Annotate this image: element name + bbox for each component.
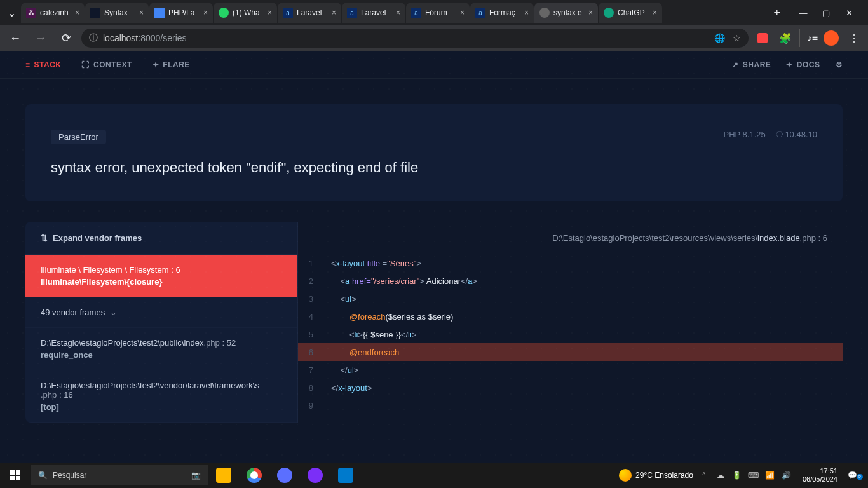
tab-docs[interactable]: PHP/La×: [149, 3, 213, 23]
media-control-icon[interactable]: ♪≡: [799, 29, 817, 47]
line-code: @foreach($series as $serie): [321, 312, 453, 322]
nav-context[interactable]: ⛶CONTEXT: [81, 60, 132, 69]
close-icon[interactable]: ×: [524, 8, 529, 17]
nav-flare[interactable]: ✦FLARE: [153, 60, 190, 69]
tab-slack[interactable]: ⁂cafezinh×: [21, 3, 85, 23]
docs-icon: ✦: [786, 60, 793, 69]
tab-title: PHP/La: [168, 8, 201, 17]
taskbar-clock[interactable]: 17:5106/05/2024: [797, 467, 843, 484]
taskbar-vscode[interactable]: [330, 463, 361, 488]
clock-time: 17:51: [803, 467, 837, 475]
frame-path-line2: .php : 16: [41, 390, 282, 400]
frame-active[interactable]: Illuminate \ Filesystem \ Filesystem : 6…: [25, 255, 297, 297]
close-icon[interactable]: ×: [653, 8, 657, 17]
line-number: 1: [298, 259, 321, 268]
tray-volume-icon[interactable]: 🔊: [781, 471, 792, 480]
close-icon[interactable]: ×: [139, 8, 144, 17]
minimize-button[interactable]: —: [794, 8, 812, 18]
tab-title: syntax e: [553, 8, 586, 17]
notifications-button[interactable]: 💬2: [848, 471, 863, 480]
code-line: 1<x-layout title ="Séries">: [298, 254, 843, 272]
close-icon[interactable]: ×: [396, 8, 400, 17]
page-content: ≡STACK ⛶CONTEXT ✦FLARE ↗SHARE ✦DOCS ⚙ Pa…: [0, 51, 868, 463]
tray-battery-icon[interactable]: 🔋: [731, 471, 743, 480]
window-controls: — ▢ ✕: [787, 8, 865, 18]
maximize-button[interactable]: ▢: [817, 8, 835, 18]
weather-widget[interactable]: 29°C Ensolarado: [619, 469, 693, 482]
nav-label: CONTEXT: [93, 60, 132, 69]
tab-search-dropdown[interactable]: ⌄: [3, 7, 21, 19]
code-lines: 1<x-layout title ="Séries"> 2 <a href="/…: [298, 254, 843, 414]
notif-count: 2: [857, 474, 863, 480]
close-icon[interactable]: ×: [75, 8, 79, 17]
forward-button[interactable]: →: [31, 28, 51, 48]
tab-alura-laravel2[interactable]: aLaravel×: [342, 3, 405, 23]
close-icon[interactable]: ×: [460, 8, 465, 17]
address-bar[interactable]: ⓘ localhost:8000/series 🌐 ☆: [81, 29, 749, 48]
error-card: ParseError PHP 8.1.25 ⎔ 10.48.10 syntax …: [25, 104, 843, 201]
settings-button[interactable]: ⚙: [836, 60, 843, 69]
extension-adblock-icon[interactable]: [754, 29, 771, 47]
frame-sub: [top]: [41, 402, 282, 412]
vendor-label: 49 vendor frames: [41, 308, 105, 317]
tab-chatgpt[interactable]: ChatGP×: [599, 3, 662, 23]
tab-title: Fórum: [425, 8, 458, 17]
tray-wifi-icon[interactable]: 📶: [764, 471, 776, 480]
line-code: <a href="/series/criar"> Adicionar</a>: [321, 276, 477, 286]
code-line: 3 <ul>: [298, 290, 843, 308]
taskbar-search[interactable]: 🔍Pesquisar📷: [31, 465, 208, 485]
tray-onedrive-icon[interactable]: ☁: [715, 471, 726, 480]
new-tab-button[interactable]: +: [767, 6, 787, 20]
taskbar-app-purple[interactable]: [300, 463, 330, 488]
code-line: 9: [298, 396, 843, 414]
reload-button[interactable]: ⟳: [56, 28, 76, 48]
menu-icon[interactable]: ⋮: [845, 29, 863, 47]
search-icon: 🔍: [38, 471, 48, 480]
profile-avatar[interactable]: [822, 29, 840, 47]
camera-icon[interactable]: 📷: [191, 471, 201, 480]
tab-alura-formacao[interactable]: aFormaç×: [470, 3, 534, 23]
frame-path: D:\Estagio\estagioProjects\test2\vendor\…: [41, 381, 282, 390]
close-window-button[interactable]: ✕: [840, 8, 858, 18]
line-number: 9: [298, 401, 321, 410]
close-icon[interactable]: ×: [268, 8, 272, 17]
taskbar-chrome[interactable]: [239, 463, 269, 488]
nav-docs[interactable]: ✦DOCS: [786, 60, 820, 69]
line-code: </x-layout>: [321, 383, 372, 393]
sun-icon: [619, 469, 632, 482]
browser-tab-strip: ⌄ ⁂cafezinh× Syntax× PHP/La× (1) Wha× aL…: [0, 0, 868, 25]
tray-chevron-icon[interactable]: ^: [698, 471, 710, 480]
tab-alura-laravel1[interactable]: aLaravel×: [278, 3, 341, 23]
tray-language-icon[interactable]: ⌨: [748, 471, 759, 480]
back-button[interactable]: ←: [5, 28, 25, 48]
laravel-icon: ⎔: [776, 130, 785, 139]
nav-stack[interactable]: ≡STACK: [25, 60, 61, 69]
tab-alura-forum[interactable]: aFórum×: [406, 3, 470, 23]
tab-active-syntax-error[interactable]: syntax e×: [534, 3, 598, 23]
close-icon[interactable]: ×: [588, 8, 593, 17]
nav-share[interactable]: ↗SHARE: [732, 60, 771, 69]
start-button[interactable]: [0, 463, 31, 488]
taskbar-app-blue[interactable]: [269, 463, 300, 488]
taskbar-explorer[interactable]: [208, 463, 239, 488]
frame-vendor-collapsed[interactable]: 49 vendor frames⌄: [25, 297, 297, 328]
taskbar-right: 29°C Ensolarado ^ ☁ 🔋 ⌨ 📶 🔊 17:5106/05/2…: [614, 467, 868, 484]
tab-whatsapp[interactable]: (1) Wha×: [214, 3, 277, 23]
translate-icon[interactable]: 🌐: [714, 33, 725, 43]
bookmark-icon[interactable]: ☆: [733, 33, 741, 43]
tab-title: (1) Wha: [233, 8, 265, 17]
expand-icon: ⇅: [41, 233, 48, 243]
code-panel: D:\Estagio\estagioProjects\test2\resourc…: [297, 222, 843, 423]
site-info-icon[interactable]: ⓘ: [89, 32, 98, 44]
expand-vendor-frames[interactable]: ⇅Expand vendor frames: [25, 222, 297, 255]
close-icon[interactable]: ×: [203, 8, 208, 17]
frame-public-index[interactable]: D:\Estagio\estagioProjects\test2\public\…: [25, 328, 297, 370]
close-icon[interactable]: ×: [332, 8, 336, 17]
frame-vendor-laravel[interactable]: D:\Estagio\estagioProjects\test2\vendor\…: [25, 370, 297, 423]
line-number: 3: [298, 294, 321, 304]
code-line: 7 </ul>: [298, 361, 843, 379]
extensions-icon[interactable]: 🧩: [776, 29, 794, 47]
tab-syntax[interactable]: Syntax×: [85, 3, 149, 23]
nav-label: SHARE: [743, 60, 771, 69]
clock-date: 06/05/2024: [803, 475, 837, 484]
